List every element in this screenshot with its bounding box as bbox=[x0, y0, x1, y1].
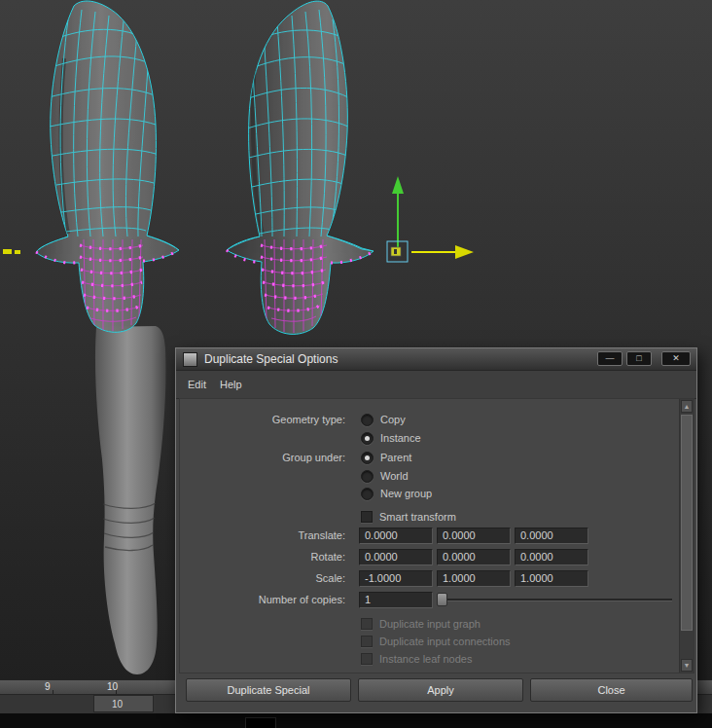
translate-z-field[interactable]: 0.0000 bbox=[515, 528, 588, 544]
smart-transform-row: Smart transform bbox=[180, 508, 678, 526]
range-current-frame[interactable]: 10 bbox=[93, 695, 154, 712]
rotate-x-field[interactable]: 0.0000 bbox=[359, 549, 433, 565]
apply-button[interactable]: Apply bbox=[358, 678, 523, 702]
rotate-z-field[interactable]: 0.0000 bbox=[515, 549, 588, 565]
instance-leaf-nodes-row: Instance leaf nodes bbox=[180, 650, 678, 668]
scroll-down-icon[interactable]: ▼ bbox=[681, 659, 693, 672]
manipulator-pivot-glyph bbox=[394, 249, 397, 254]
radio-instance-label: Instance bbox=[380, 432, 421, 444]
content-scrollbar[interactable]: ▲ ▼ bbox=[679, 399, 694, 673]
instance-leaf-nodes-label: Instance leaf nodes bbox=[379, 653, 472, 665]
dialog-titlebar[interactable]: Duplicate Special Options — □ ✕ bbox=[176, 348, 696, 371]
frame-label-9: 9 bbox=[45, 681, 51, 692]
number-of-copies-field[interactable]: 1 bbox=[359, 592, 433, 608]
translate-x-field[interactable]: 0.0000 bbox=[359, 528, 433, 544]
duplicate-input-graph-label: Duplicate input graph bbox=[379, 618, 481, 630]
copies-slider-handle[interactable] bbox=[437, 593, 447, 606]
close-button[interactable]: Close bbox=[530, 678, 693, 702]
group-under-parent-row: Group under: Parent bbox=[180, 449, 678, 466]
scale-row: Scale: -1.0000 1.0000 1.0000 bbox=[180, 569, 678, 587]
scroll-up-icon[interactable]: ▲ bbox=[681, 400, 693, 413]
duplicate-input-graph-checkbox bbox=[361, 618, 373, 630]
duplicate-input-connections-checkbox bbox=[361, 636, 373, 647]
scale-z-field[interactable]: 1.0000 bbox=[515, 570, 588, 587]
bottom-strip bbox=[0, 713, 712, 728]
radio-instance[interactable] bbox=[361, 432, 374, 445]
radio-parent[interactable] bbox=[361, 452, 374, 464]
group-under-label: Group under: bbox=[180, 452, 353, 463]
options-panel: Geometry type: Copy Instance Group under… bbox=[179, 398, 694, 673]
group-under-newgroup-row: New group bbox=[180, 485, 678, 502]
scale-x-field[interactable]: -1.0000 bbox=[359, 570, 433, 587]
maya-window: 9 10 10 Duplicate Special Options — □ ✕ … bbox=[0, 0, 712, 728]
bottom-strip-item bbox=[245, 717, 276, 728]
translate-row: Translate: 0.0000 0.0000 0.0000 bbox=[180, 527, 678, 544]
scale-y-field[interactable]: 1.0000 bbox=[437, 570, 511, 587]
radio-world[interactable] bbox=[361, 470, 374, 483]
duplicate-input-connections-label: Duplicate input connections bbox=[379, 636, 511, 647]
rotate-y-field[interactable]: 0.0000 bbox=[437, 549, 511, 565]
maximize-button[interactable]: □ bbox=[626, 351, 652, 366]
group-under-world-row: World bbox=[180, 467, 678, 485]
copies-slider-groove bbox=[443, 599, 672, 601]
duplicate-special-options-dialog: Duplicate Special Options — □ ✕ Edit Hel… bbox=[175, 347, 697, 713]
geometry-type-instance-row: Instance bbox=[180, 429, 678, 447]
duplicate-input-graph-row: Duplicate input graph bbox=[180, 615, 678, 633]
duplicate-input-connections-row: Duplicate input connections bbox=[180, 633, 678, 650]
geometry-type-label: Geometry type: bbox=[180, 414, 353, 425]
translate-label: Translate: bbox=[180, 529, 353, 541]
number-of-copies-label: Number of copies: bbox=[180, 594, 353, 605]
radio-copy[interactable] bbox=[361, 414, 374, 426]
rotate-row: Rotate: 0.0000 0.0000 0.0000 bbox=[180, 548, 678, 565]
translate-y-field[interactable]: 0.0000 bbox=[437, 528, 511, 544]
menu-edit[interactable]: Edit bbox=[188, 379, 206, 390]
close-icon[interactable]: ✕ bbox=[661, 351, 691, 366]
smart-transform-label: Smart transform bbox=[379, 511, 456, 523]
instance-leaf-nodes-checkbox bbox=[361, 653, 373, 665]
smart-transform-checkbox[interactable] bbox=[361, 511, 373, 523]
radio-copy-label: Copy bbox=[380, 414, 406, 425]
rotate-label: Rotate: bbox=[180, 551, 353, 563]
minimize-button[interactable]: — bbox=[597, 351, 623, 366]
scrollbar-thumb[interactable] bbox=[681, 415, 693, 631]
number-of-copies-row: Number of copies: 1 bbox=[180, 591, 678, 608]
scale-label: Scale: bbox=[180, 572, 353, 584]
dialog-menubar: Edit Help bbox=[176, 371, 696, 399]
geometry-type-copy-row: Geometry type: Copy bbox=[180, 411, 678, 428]
dialog-icon bbox=[183, 352, 197, 367]
menu-help[interactable]: Help bbox=[220, 379, 242, 390]
duplicate-special-button[interactable]: Duplicate Special bbox=[186, 678, 351, 702]
copies-slider[interactable] bbox=[437, 592, 676, 607]
radio-parent-label: Parent bbox=[380, 452, 411, 463]
radio-new-group[interactable] bbox=[361, 488, 374, 500]
dialog-title: Duplicate Special Options bbox=[204, 352, 338, 366]
radio-world-label: World bbox=[380, 470, 409, 482]
radio-new-group-label: New group bbox=[380, 488, 432, 499]
